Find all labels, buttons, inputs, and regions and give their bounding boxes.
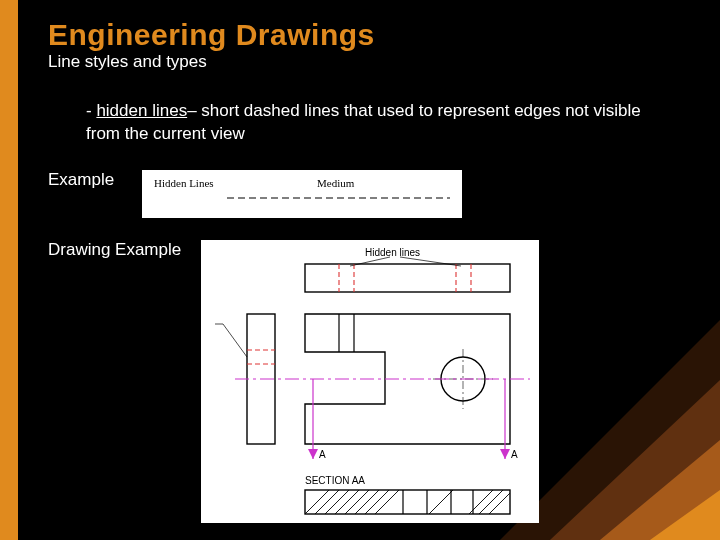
slide-subtitle: Line styles and types <box>48 52 690 72</box>
line-sample-name: Hidden Lines <box>154 177 214 189</box>
svg-marker-25 <box>500 449 510 459</box>
svg-line-28 <box>305 490 329 514</box>
svg-line-14 <box>223 324 247 357</box>
svg-line-38 <box>479 490 503 514</box>
svg-line-36 <box>429 490 453 514</box>
svg-line-33 <box>355 490 379 514</box>
svg-line-32 <box>345 490 369 514</box>
hidden-lines-annotation: Hidden lines <box>365 247 420 258</box>
line-sample-weight: Medium <box>317 177 355 189</box>
accent-band <box>0 0 18 540</box>
section-view <box>305 490 513 514</box>
svg-line-30 <box>325 490 349 514</box>
svg-line-35 <box>375 490 399 514</box>
term-hidden-lines: hidden lines <box>96 101 187 120</box>
section-marker-a-left: A <box>319 449 326 460</box>
section-marker-a-right: A <box>511 449 518 460</box>
section-plane-aa: A A <box>235 379 530 460</box>
svg-rect-4 <box>305 264 510 292</box>
svg-line-34 <box>365 490 389 514</box>
section-label: SECTION AA <box>305 475 365 486</box>
drawing-example-label: Drawing Example <box>48 240 181 260</box>
drawing-box: Hidden lines <box>201 240 539 523</box>
example-label: Example <box>48 170 114 190</box>
line-sample-box: Hidden Lines Medium <box>142 170 462 218</box>
body-text: - hidden lines– short dashed lines that … <box>86 100 676 146</box>
slide-title: Engineering Drawings <box>48 18 690 52</box>
svg-line-31 <box>335 490 359 514</box>
top-view <box>305 264 510 292</box>
body-prefix: - <box>86 101 96 120</box>
svg-line-29 <box>315 490 339 514</box>
svg-marker-23 <box>308 449 318 459</box>
